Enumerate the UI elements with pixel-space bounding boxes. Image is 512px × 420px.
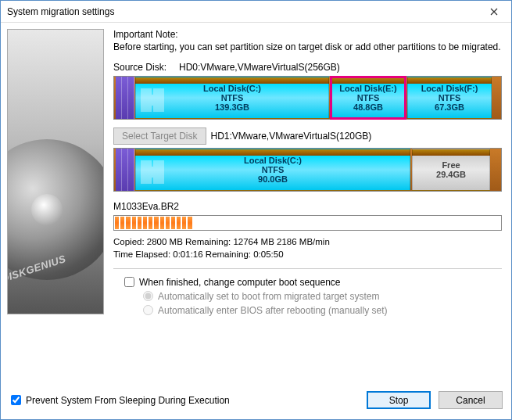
reserved-stripe bbox=[122, 77, 128, 119]
source-disk-label: Source Disk: bbox=[113, 62, 174, 73]
source-disk-bar[interactable]: Local Disk(C:)NTFS139.3GBLocal Disk(E:)N… bbox=[113, 76, 502, 120]
partition[interactable]: Local Disk(C:)NTFS90.0GB bbox=[135, 149, 410, 191]
partition-name: Free bbox=[442, 160, 460, 170]
footer-buttons: Stop Cancel bbox=[367, 391, 503, 409]
partition[interactable]: Local Disk(C:)NTFS139.3GB bbox=[135, 77, 329, 119]
reserved-stripe bbox=[116, 77, 122, 119]
partition[interactable]: Local Disk(E:)NTFS48.8GB bbox=[331, 77, 406, 119]
partition-fs: NTFS bbox=[439, 93, 461, 102]
main-panel: Important Note: Before starting, you can… bbox=[110, 23, 511, 419]
reserved-stripe bbox=[128, 149, 134, 191]
partition-size: 139.3GB bbox=[215, 102, 249, 112]
note-title: Important Note: bbox=[113, 29, 502, 40]
windows-logo-icon bbox=[141, 160, 164, 184]
prevent-sleep-option[interactable]: Prevent System From Sleeping During Exec… bbox=[11, 395, 230, 406]
reserved-stripe bbox=[116, 149, 122, 191]
auto-boot-option: Automatically set to boot from migrated … bbox=[143, 291, 502, 302]
source-disk-value: HD0:VMware,VMwareVirtualS(256GB) bbox=[179, 62, 340, 73]
note-body: Before starting, you can set partition s… bbox=[113, 41, 502, 54]
progress-bar bbox=[113, 215, 502, 231]
partition-fs: NTFS bbox=[357, 93, 380, 102]
stop-button[interactable]: Stop bbox=[367, 391, 431, 409]
prevent-sleep-label: Prevent System From Sleeping During Exec… bbox=[26, 395, 230, 406]
bootseq-checkbox[interactable] bbox=[124, 277, 134, 287]
partition-size: 90.0GB bbox=[258, 174, 288, 184]
partition-size: 48.8GB bbox=[353, 102, 383, 112]
progress-line2: Time Elapsed: 0:01:16 Remaining: 0:05:50 bbox=[113, 248, 502, 260]
auto-bios-option: Automatically enter BIOS after rebooting… bbox=[143, 305, 502, 316]
separator bbox=[113, 268, 502, 269]
bootseq-label: When finished, change computer boot sequ… bbox=[139, 277, 341, 288]
content: DISKGENIUS Important Note: Before starti… bbox=[1, 23, 511, 419]
window-title: System migration settings bbox=[7, 6, 114, 17]
cancel-button[interactable]: Cancel bbox=[439, 391, 503, 409]
partition-free[interactable]: Free29.4GB bbox=[412, 149, 490, 191]
partition-name: Local Disk(E:) bbox=[339, 84, 396, 93]
target-disk-row: Select Target Disk HD1:VMware,VMwareVirt… bbox=[113, 127, 502, 145]
partition-fs: NTFS bbox=[221, 93, 244, 102]
partition-name: Local Disk(F:) bbox=[421, 84, 478, 93]
source-disk-row: Source Disk: HD0:VMware,VMwareVirtualS(2… bbox=[113, 62, 502, 73]
close-button[interactable] bbox=[480, 3, 508, 20]
auto-boot-label: Automatically set to boot from migrated … bbox=[158, 291, 379, 302]
partition-fs: NTFS bbox=[262, 165, 285, 174]
partition-name: Local Disk(C:) bbox=[203, 84, 261, 93]
disk-illustration: DISKGENIUS bbox=[7, 29, 104, 314]
target-disk-value: HD1:VMware,VMwareVirtualS(120GB) bbox=[211, 131, 372, 142]
windows-logo-icon bbox=[141, 88, 164, 112]
auto-bios-label: Automatically enter BIOS after rebooting… bbox=[158, 305, 387, 316]
reserved-stripe bbox=[128, 77, 134, 119]
select-target-disk-button: Select Target Disk bbox=[113, 127, 206, 145]
sidebar: DISKGENIUS bbox=[1, 23, 110, 419]
reserved-stripe bbox=[122, 149, 128, 191]
target-disk-bar[interactable]: Local Disk(C:)NTFS90.0GBFree29.4GB bbox=[113, 148, 502, 192]
prevent-sleep-checkbox[interactable] bbox=[11, 395, 21, 405]
partition[interactable]: Local Disk(F:)NTFS67.3GB bbox=[407, 77, 492, 119]
progress-stats: Copied: 2800 MB Remaining: 12764 MB 2186… bbox=[113, 235, 502, 260]
current-file-label: M1033Eva.BR2 bbox=[113, 201, 502, 212]
footer: Prevent System From Sleeping During Exec… bbox=[0, 391, 512, 409]
partition-name: Local Disk(C:) bbox=[244, 156, 302, 165]
auto-boot-radio bbox=[143, 291, 153, 301]
partition-size: 67.3GB bbox=[435, 102, 464, 112]
partition-size: 29.4GB bbox=[436, 170, 466, 179]
progress-line1: Copied: 2800 MB Remaining: 12764 MB 2186… bbox=[113, 235, 502, 248]
brand-label: DISKGENIUS bbox=[7, 253, 67, 285]
bootseq-option[interactable]: When finished, change computer boot sequ… bbox=[124, 277, 502, 288]
titlebar: System migration settings bbox=[1, 1, 511, 23]
auto-bios-radio bbox=[143, 305, 153, 315]
close-icon bbox=[490, 8, 498, 16]
